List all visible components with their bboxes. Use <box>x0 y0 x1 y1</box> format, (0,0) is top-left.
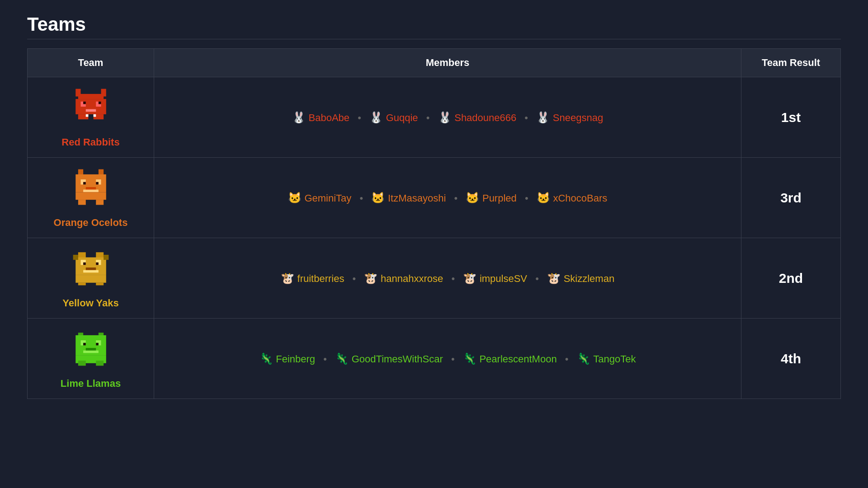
svg-rect-19 <box>96 182 99 185</box>
member-entry: 🐰 Shadoune666 <box>438 112 517 123</box>
svg-rect-20 <box>85 187 96 190</box>
team-name-red-rabbits: Red Rabbits <box>34 136 147 148</box>
svg-rect-46 <box>83 351 99 353</box>
member-icon: 🐮 <box>547 272 564 284</box>
svg-rect-33 <box>85 267 96 270</box>
svg-rect-44 <box>83 343 86 346</box>
member-separator: • <box>357 192 366 204</box>
svg-rect-45 <box>96 343 99 346</box>
svg-rect-24 <box>96 200 104 205</box>
svg-rect-30 <box>83 263 86 265</box>
member-separator: • <box>349 273 359 284</box>
member-name: Skizzleman <box>564 273 614 284</box>
svg-rect-8 <box>85 109 96 112</box>
member-name: impulseSV <box>480 273 527 284</box>
member-name: Sneegsnag <box>553 112 603 123</box>
member-entry: 🐮 hannahxxrose <box>364 273 443 284</box>
member-separator: • <box>448 273 458 284</box>
svg-rect-36 <box>96 283 104 286</box>
members-cell-yellow-yaks: 🐮 fruitberries • 🐮 hannahxxrose • 🐮 impu… <box>154 238 741 319</box>
member-icon: 🐱 <box>466 192 482 204</box>
table-header-row: Team Members Team Result <box>28 49 841 77</box>
svg-rect-34 <box>75 275 106 283</box>
member-name: Purpled <box>482 192 517 204</box>
svg-rect-6 <box>83 102 86 104</box>
svg-rect-2 <box>78 94 103 99</box>
title-divider <box>27 39 841 39</box>
member-icon: 🐱 <box>371 192 388 204</box>
svg-rect-23 <box>78 200 85 205</box>
member-icon: 🐰 <box>292 111 309 123</box>
member-icon: 🐱 <box>537 192 553 204</box>
member-entry: 🦎 PearlescentMoon <box>463 353 557 365</box>
svg-rect-11 <box>85 114 88 117</box>
member-separator: • <box>355 112 364 123</box>
member-separator: • <box>424 112 433 123</box>
member-name: Shadoune666 <box>454 112 516 123</box>
member-entry: 🐱 xChocoBars <box>537 192 608 204</box>
member-name: BaboAbe <box>309 112 350 123</box>
svg-rect-22 <box>75 192 106 200</box>
svg-rect-3 <box>75 99 106 114</box>
team-cell-red-rabbits: Red Rabbits <box>28 77 154 158</box>
member-separator: • <box>522 192 531 204</box>
member-icon: 🦎 <box>335 352 352 365</box>
member-name: Guqqie <box>386 112 418 123</box>
member-name: xChocoBars <box>553 192 607 204</box>
member-icon: 🐰 <box>438 111 455 123</box>
member-separator: • <box>451 192 460 204</box>
svg-rect-12 <box>93 114 96 117</box>
team-name-lime-llamas: Lime Llamas <box>34 378 147 389</box>
member-entry: 🐮 fruitberries <box>281 273 344 284</box>
team-cell-lime-llamas: Lime Llamas <box>28 319 154 399</box>
team-icon-orange-ocelots <box>34 167 147 213</box>
member-name: hannahxxrose <box>381 273 443 284</box>
member-icon: 🐰 <box>536 111 553 123</box>
member-icon: 🦎 <box>577 352 594 365</box>
member-icon: 🐮 <box>364 272 381 284</box>
member-entry: 🐰 Sneegsnag <box>536 112 603 123</box>
member-entry: 🐱 ItzMasayoshi <box>371 192 446 204</box>
team-icon-red-rabbits <box>34 86 147 133</box>
member-entry: 🐮 Skizzleman <box>547 273 614 284</box>
team-icon-lime-llamas <box>34 328 147 374</box>
team-icon-yellow-yaks <box>34 247 147 294</box>
members-cell-lime-llamas: 🦎 Feinberg • 🦎 GoodTimesWithScar • 🦎 Pea… <box>154 319 741 399</box>
member-separator: • <box>562 353 571 365</box>
member-name: fruitberries <box>297 273 344 284</box>
member-icon: 🐮 <box>281 272 297 284</box>
team-cell-orange-ocelots: Orange Ocelots <box>28 158 154 238</box>
member-separator: • <box>321 353 330 365</box>
member-entry: 🦎 Feinberg <box>259 353 316 365</box>
member-separator: • <box>448 353 458 365</box>
result-cell-lime-llamas: 4th <box>741 319 841 399</box>
member-entry: 🐰 Guqqie <box>369 112 418 123</box>
teams-table: Team Members Team Result Red Rabbits🐰 Ba… <box>27 48 841 399</box>
member-icon: 🐱 <box>288 192 305 204</box>
member-entry: 🦎 GoodTimesWithScar <box>335 353 443 365</box>
member-icon: 🐮 <box>463 272 480 284</box>
member-name: PearlescentMoon <box>479 353 557 365</box>
svg-rect-7 <box>98 102 101 104</box>
table-row: Yellow Yaks🐮 fruitberries • 🐮 hannahxxro… <box>28 238 841 319</box>
member-entry: 🐱 Purpled <box>466 192 517 204</box>
header-members: Members <box>154 49 741 77</box>
member-name: ItzMasayoshi <box>388 192 446 204</box>
result-cell-yellow-yaks: 2nd <box>741 238 841 319</box>
svg-rect-35 <box>78 283 85 286</box>
team-name-orange-ocelots: Orange Ocelots <box>34 217 147 229</box>
member-separator: • <box>522 112 531 123</box>
member-entry: 🐰 BaboAbe <box>292 112 349 123</box>
svg-rect-38 <box>104 255 108 260</box>
member-name: TangoTek <box>593 353 636 365</box>
member-name: GoodTimesWithScar <box>352 353 443 365</box>
svg-rect-37 <box>73 255 78 260</box>
member-name: Feinberg <box>276 353 315 365</box>
svg-rect-18 <box>83 182 86 185</box>
result-cell-orange-ocelots: 3rd <box>741 158 841 238</box>
member-icon: 🐰 <box>369 111 386 123</box>
member-icon: 🦎 <box>259 352 276 365</box>
member-separator: • <box>533 273 542 284</box>
member-name: GeminiTay <box>304 192 351 204</box>
table-row: Red Rabbits🐰 BaboAbe • 🐰 Guqqie • 🐰 Shad… <box>28 77 841 158</box>
